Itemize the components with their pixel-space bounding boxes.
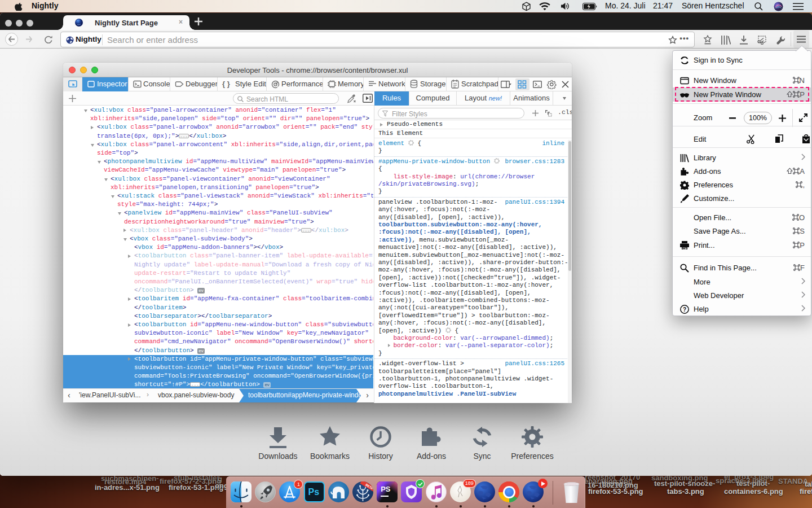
- svg-text:?: ?: [683, 306, 686, 313]
